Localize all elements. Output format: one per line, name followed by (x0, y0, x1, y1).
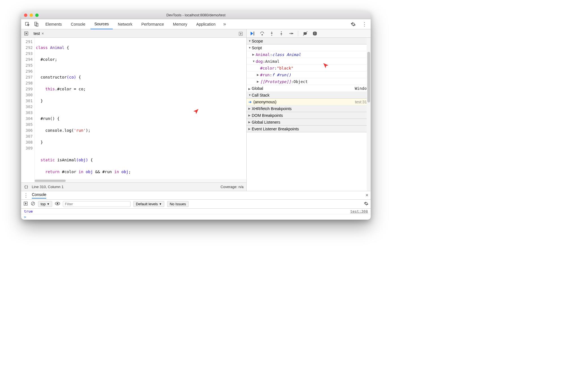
tab-console[interactable]: Console (67, 19, 89, 29)
svg-point-10 (271, 35, 272, 35)
svg-point-21 (57, 203, 58, 204)
debugger-toolbar (247, 29, 371, 38)
console-settings-icon[interactable] (364, 201, 368, 207)
file-tab-test[interactable]: test × (32, 31, 46, 36)
inspect-element-icon[interactable] (23, 20, 31, 28)
console-drawer-header: ⋮ Console × (21, 191, 371, 200)
svg-rect-14 (315, 32, 315, 34)
console-toolbar: top ▼ Default levels ▼ No Issues (21, 200, 371, 209)
pretty-print-icon[interactable]: {} (24, 185, 28, 189)
drawer-tab-console[interactable]: Console (32, 192, 46, 199)
svg-marker-7 (251, 32, 253, 35)
window-title: DevTools - localhost:8080/demo/test (21, 13, 371, 17)
more-tabs-icon[interactable]: » (221, 20, 229, 28)
kebab-menu-icon[interactable]: ⋮ (361, 20, 368, 28)
tab-elements[interactable]: Elements (41, 19, 66, 29)
close-drawer-icon[interactable]: × (365, 192, 368, 198)
live-expression-icon[interactable] (55, 202, 60, 206)
maximize-window-icon[interactable] (35, 14, 39, 17)
coverage-status: Coverage: n/a (220, 185, 244, 189)
code-editor[interactable]: 2912922932942952962972982993003013023033… (21, 38, 246, 182)
scope-dog[interactable]: ▼dog: Animal (247, 58, 371, 65)
source-link[interactable]: test:308 (350, 209, 368, 213)
global-listeners-header[interactable]: ▶Global Listeners (247, 119, 371, 126)
editor-status-bar: {} Line 310, Column 1 Coverage: n/a (21, 182, 246, 191)
horizontal-scrollbar[interactable] (35, 179, 246, 182)
xhr-breakpoints-header[interactable]: ▶XHR/fetch Breakpoints (247, 105, 371, 112)
sources-pane: test × 291292293294295296297298299300301… (21, 29, 247, 191)
debugger-sidebar-toggle-icon[interactable] (237, 30, 244, 37)
scope-header[interactable]: ▼Scope (247, 38, 371, 44)
svg-rect-15 (315, 34, 315, 35)
vertical-scrollbar[interactable] (367, 38, 371, 191)
svg-line-19 (32, 202, 34, 205)
debugger-pane: ▼Scope ▼Script ▶Animal: class Animal ▼do… (247, 29, 371, 191)
dom-breakpoints-header[interactable]: ▶DOM Breakpoints (247, 112, 371, 119)
scope-panel: ▼Scope ▼Script ▶Animal: class Animal ▼do… (247, 38, 371, 191)
console-output: true test:308 > (21, 209, 371, 220)
event-breakpoints-header[interactable]: ▶Event Listener Breakpoints (247, 126, 371, 132)
macos-titlebar[interactable]: DevTools - localhost:8080/demo/test (21, 11, 371, 19)
issues-button[interactable]: No Issues (167, 201, 189, 207)
pause-exceptions-icon[interactable] (312, 31, 317, 36)
tab-network[interactable]: Network (114, 19, 136, 29)
log-levels-selector[interactable]: Default levels ▼ (133, 201, 164, 207)
tab-memory[interactable]: Memory (169, 19, 191, 29)
file-tabbar: test × (21, 29, 246, 38)
step-icon[interactable] (288, 31, 293, 36)
svg-marker-4 (26, 33, 27, 34)
scope-run[interactable]: ▶#run: f #run() (247, 72, 371, 78)
step-into-icon[interactable] (269, 31, 274, 36)
svg-point-9 (262, 34, 263, 35)
tab-performance[interactable]: Performance (137, 19, 168, 29)
cursor-position: Line 310, Column 1 (32, 185, 64, 189)
scope-animal[interactable]: ▶Animal: class Animal (247, 51, 371, 58)
clear-console-icon[interactable] (31, 201, 35, 207)
svg-marker-6 (240, 33, 242, 34)
step-over-icon[interactable] (260, 31, 265, 36)
code-content: class Animal { #color; constructor(co) {… (35, 38, 246, 182)
main-split: test × 291292293294295296297298299300301… (21, 29, 371, 191)
deactivate-breakpoints-icon[interactable] (303, 31, 308, 36)
devtools-tabbar: Elements Console Sources Network Perform… (21, 19, 371, 29)
callstack-header[interactable]: ▼Call Stack (247, 92, 371, 99)
scope-global[interactable]: ▶Global Window (247, 85, 371, 92)
annotation-arrow-icon (323, 63, 334, 74)
tab-sources[interactable]: Sources (90, 19, 113, 29)
tab-application[interactable]: Application (192, 19, 220, 29)
close-window-icon[interactable] (24, 14, 27, 17)
filter-input[interactable] (63, 201, 131, 207)
line-gutter: 2912922932942952962972982993003013023033… (21, 38, 35, 182)
settings-gear-icon[interactable] (349, 20, 357, 28)
annotation-arrow-icon (159, 102, 171, 114)
scope-color[interactable]: #color: "black" (247, 65, 371, 72)
console-prompt[interactable]: > (21, 214, 371, 220)
console-message[interactable]: true test:308 (21, 209, 371, 214)
minimize-window-icon[interactable] (30, 14, 33, 17)
console-sidebar-toggle-icon[interactable] (23, 201, 28, 207)
svg-point-12 (292, 33, 293, 34)
close-icon[interactable]: × (42, 31, 44, 36)
traffic-lights (24, 14, 39, 17)
drawer-menu-icon[interactable]: ⋮ (23, 192, 28, 199)
svg-rect-8 (254, 32, 254, 35)
context-selector[interactable]: top ▼ (38, 201, 52, 207)
file-tab-label: test (34, 31, 40, 36)
console-drawer: ⋮ Console × top ▼ Default levels ▼ No Is… (21, 191, 371, 220)
callstack-frame[interactable]: ➔(anonymous) test:310 (247, 99, 371, 105)
scope-script[interactable]: ▼Script (247, 44, 371, 51)
navigator-toggle-icon[interactable] (23, 30, 30, 37)
device-toggle-icon[interactable] (32, 20, 40, 28)
svg-marker-17 (25, 203, 26, 204)
svg-point-11 (281, 31, 282, 32)
devtools-window: DevTools - localhost:8080/demo/test Elem… (21, 11, 371, 220)
step-out-icon[interactable] (279, 31, 284, 36)
resume-icon[interactable] (249, 31, 255, 36)
scope-prototype[interactable]: ▶[[Prototype]]: Object (247, 78, 371, 85)
